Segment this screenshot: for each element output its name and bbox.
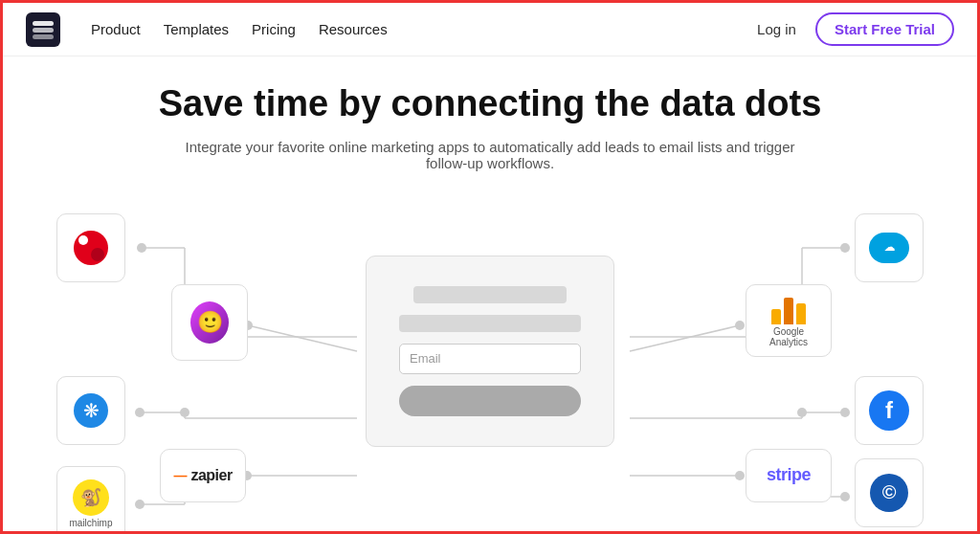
- svg-point-36: [735, 321, 745, 330]
- integration-stripe: stripe: [746, 449, 832, 502]
- integration-facebook: f: [855, 376, 924, 445]
- svg-line-7: [248, 325, 357, 351]
- svg-point-28: [797, 408, 807, 417]
- uxwizard-icon: 🙂: [190, 301, 229, 344]
- svg-rect-2: [33, 28, 54, 33]
- integration-uxwizard: 🙂: [171, 284, 248, 361]
- nav-templates[interactable]: Templates: [164, 21, 229, 37]
- zapier-label: zapier: [190, 467, 232, 484]
- header-actions: Log in Start Free Trial: [757, 12, 954, 46]
- integration-zapier: — zapier: [160, 449, 246, 502]
- facebook-icon: f: [869, 390, 909, 431]
- ga-bars-icon: [771, 294, 806, 324]
- ga-bar-3: [796, 303, 806, 324]
- email-placeholder: Email: [410, 351, 441, 366]
- ga-bar-2: [784, 298, 793, 324]
- svg-point-38: [735, 471, 745, 480]
- ga-label: Google Analytics: [754, 326, 823, 347]
- form-card: Email: [366, 256, 614, 447]
- integration-diagram: Email 🙂 ❋ — zapier: [3, 189, 977, 514]
- mailchimp-label: mailchimp: [69, 518, 112, 528]
- svg-line-17: [630, 325, 740, 351]
- trial-button[interactable]: Start Free Trial: [815, 12, 954, 46]
- submit-button[interactable]: [399, 386, 581, 416]
- integration-salesforce: ☁: [855, 213, 924, 282]
- bloom-icon-wrap: ❋: [72, 391, 110, 430]
- svg-rect-1: [33, 21, 54, 26]
- salesforce-icon: ☁: [869, 233, 909, 263]
- svg-point-39: [840, 492, 850, 501]
- svg-point-37: [840, 408, 850, 417]
- stripe-label: stripe: [767, 465, 811, 485]
- constant-contact-icon: ©: [870, 474, 908, 512]
- integration-hotjar: [56, 213, 125, 282]
- svg-point-32: [135, 408, 145, 417]
- form-title-bar: [413, 286, 567, 303]
- login-button[interactable]: Log in: [757, 21, 796, 37]
- nav-pricing[interactable]: Pricing: [252, 21, 296, 37]
- uxwizard-icon-wrap: 🙂: [190, 303, 229, 342]
- mailchimp-icon: 🐒: [73, 479, 109, 516]
- form-subtitle-bar: [399, 315, 581, 332]
- svg-point-30: [137, 243, 146, 253]
- hotjar-icon-wrap: [72, 229, 110, 267]
- main-nav: Product Templates Pricing Resources: [91, 21, 757, 37]
- integration-mailchimp: 🐒 mailchimp: [56, 466, 125, 534]
- nav-resources[interactable]: Resources: [319, 21, 388, 37]
- email-field[interactable]: Email: [399, 344, 581, 374]
- integration-google-analytics: Google Analytics: [746, 284, 832, 357]
- bloom-icon: ❋: [74, 393, 108, 428]
- page-subheadline: Integrate your favorite online marketing…: [174, 139, 806, 171]
- svg-rect-3: [33, 34, 54, 39]
- svg-point-34: [135, 500, 145, 509]
- ga-bar-1: [771, 309, 781, 324]
- svg-point-35: [840, 243, 850, 253]
- page-headline: Save time by connecting the data dots: [159, 83, 822, 125]
- logo[interactable]: [26, 12, 60, 47]
- nav-product[interactable]: Product: [91, 21, 141, 37]
- integration-constant-contact: ©: [855, 458, 924, 527]
- svg-point-25: [180, 408, 189, 417]
- integration-bloom: ❋: [56, 376, 125, 445]
- hotjar-icon: [74, 231, 108, 265]
